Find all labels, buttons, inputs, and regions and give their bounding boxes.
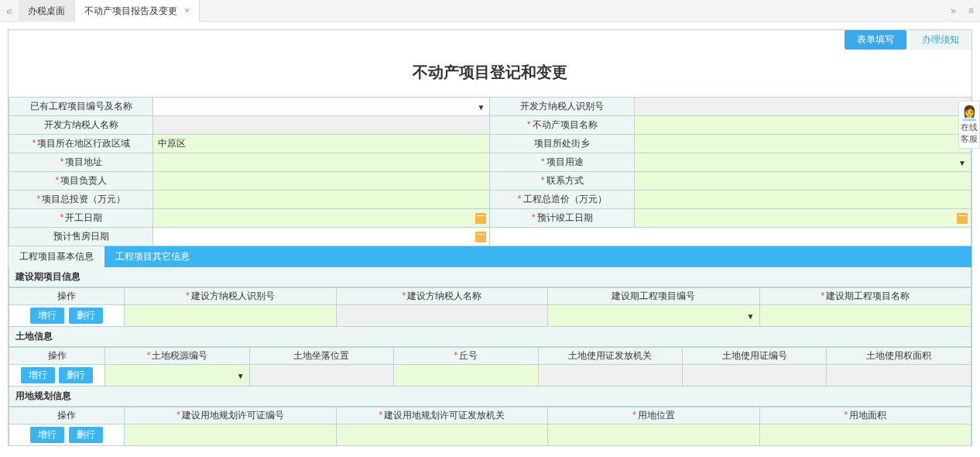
calendar-icon: [475, 232, 486, 242]
input-manager[interactable]: [153, 172, 490, 191]
sub-tabs: 工程项目基本信息 工程项目其它信息: [9, 246, 971, 267]
input-dev-name: [153, 116, 490, 135]
label-start-date: *开工日期: [9, 209, 153, 228]
cell-c5: [683, 365, 827, 387]
th-op: 操作: [9, 288, 125, 305]
label-investment: *项目总投资（万元）: [9, 191, 153, 209]
th-c1: *土地税源编号: [105, 348, 249, 365]
th-c3: 建设期工程项目编号: [548, 288, 759, 305]
cell-c4[interactable]: [759, 305, 971, 327]
label-usage: *项目用途: [490, 153, 634, 172]
input-investment[interactable]: [153, 191, 490, 209]
label-dev-taxid: 开发方纳税人识别号: [490, 98, 634, 116]
input-project-no[interactable]: ▼: [153, 98, 490, 116]
input-end-date[interactable]: [634, 209, 971, 228]
th-c2: 土地坐落位置: [249, 348, 393, 365]
tab-form-fill[interactable]: 表单填写: [845, 30, 906, 50]
input-project-name[interactable]: [634, 116, 971, 135]
chevron-right-icon[interactable]: »: [944, 5, 962, 16]
online-help-button[interactable]: 👩‍💼 在线客服: [958, 101, 980, 149]
help-label: 在线客服: [959, 122, 979, 145]
label-end-date: *预计竣工日期: [490, 209, 634, 228]
chevron-down-icon: ▼: [237, 371, 245, 380]
table-construction: 操作 *建设方纳税人识别号 *建设方纳税人名称 建设期工程项目编号 *建设期工程…: [9, 287, 971, 327]
tab-desktop[interactable]: 办税桌面: [19, 0, 75, 22]
cell-c1[interactable]: [125, 424, 336, 446]
section-land: 土地信息: [9, 327, 971, 347]
table-row: 增行 删行 ▼: [9, 305, 971, 327]
input-cost[interactable]: [634, 191, 971, 209]
input-start-date[interactable]: [153, 209, 490, 228]
support-icon: 👩‍💼: [959, 105, 979, 122]
input-street[interactable]: ▼: [634, 135, 971, 153]
add-row-button[interactable]: 增行: [30, 427, 64, 443]
th-c4: 土地使用证发放机关: [538, 348, 682, 365]
table-row: 增行 删行: [9, 424, 971, 446]
calendar-icon: [475, 213, 486, 224]
cell-op: 增行 删行: [9, 365, 105, 387]
cell-op: 增行 删行: [9, 305, 125, 327]
label-street: 项目所处街乡: [490, 135, 634, 153]
del-row-button[interactable]: 删行: [69, 308, 103, 324]
th-op: 操作: [9, 348, 105, 365]
section-land-plan: 用地规划信息: [9, 387, 971, 407]
cell-c3[interactable]: [394, 365, 538, 387]
main-form: 已有工程项目编号及名称 ▼ 开发方纳税人识别号 开发方纳税人名称 *不动产项目名…: [9, 97, 971, 246]
th-c2: *建设方纳税人名称: [336, 288, 547, 305]
calendar-icon: [957, 213, 968, 224]
chevron-down-icon: ▼: [747, 311, 755, 320]
empty-cell: [490, 228, 971, 246]
input-address[interactable]: [153, 153, 490, 172]
input-sale-date[interactable]: [153, 228, 490, 246]
cell-c1[interactable]: ▼: [105, 365, 249, 387]
label-region: *项目所在地区行政区域: [9, 135, 153, 153]
th-c4: *用地面积: [759, 407, 971, 424]
table-row: 增行 删行 ▼: [9, 365, 971, 387]
cell-c3[interactable]: [548, 424, 759, 446]
th-c2: *建设用地规划许可证发放机关: [336, 407, 547, 424]
add-row-button[interactable]: 增行: [21, 367, 55, 383]
cell-c2: [249, 365, 393, 387]
th-c1: *建设方纳税人识别号: [125, 288, 336, 305]
tab-label: 办税桌面: [28, 5, 65, 16]
cell-c3[interactable]: ▼: [548, 305, 759, 327]
section-construction: 建设期项目信息: [9, 267, 971, 287]
action-tabs: 表单填写 办理须知: [9, 30, 971, 50]
cell-op: 增行 删行: [9, 424, 125, 446]
chevron-left-icon[interactable]: «: [0, 5, 19, 17]
label-cost: *工程总造价（万元）: [490, 191, 634, 209]
input-dev-taxid: [634, 98, 971, 116]
th-c3: *丘号: [394, 348, 538, 365]
main-scroll[interactable]: 表单填写 办理须知 不动产项目登记和变更 已有工程项目编号及名称 ▼ 开发方纳税…: [8, 29, 972, 446]
top-tab-bar: « 办税桌面 不动产项目报告及变更 × » ≡: [0, 0, 980, 22]
page-title: 不动产项目登记和变更: [9, 51, 971, 97]
tab-other-info[interactable]: 工程项目其它信息: [105, 246, 200, 267]
th-c6: 土地使用权面积: [827, 348, 971, 365]
tab-realestate[interactable]: 不动产项目报告及变更 ×: [75, 0, 200, 22]
menu-icon[interactable]: ≡: [962, 5, 980, 16]
del-row-button[interactable]: 删行: [59, 367, 93, 383]
cell-c2[interactable]: [336, 424, 547, 446]
chevron-down-icon: ▼: [478, 102, 485, 111]
tab-basic-info[interactable]: 工程项目基本信息: [9, 246, 105, 267]
tab-process-notice[interactable]: 办理须知: [910, 30, 971, 50]
close-icon[interactable]: ×: [184, 5, 190, 16]
cell-c4[interactable]: [759, 424, 971, 446]
table-land: 操作 *土地税源编号 土地坐落位置 *丘号 土地使用证发放机关 土地使用证编号 …: [9, 347, 971, 387]
th-op: 操作: [9, 407, 125, 424]
add-row-button[interactable]: 增行: [30, 308, 64, 324]
th-c5: 土地使用证编号: [683, 348, 827, 365]
th-c3: *用地位置: [548, 407, 759, 424]
label-manager: *项目负责人: [9, 172, 153, 191]
th-c4: *建设期工程项目名称: [759, 288, 971, 305]
label-project-no: 已有工程项目编号及名称: [9, 98, 153, 116]
th-c1: *建设用地规划许可证编号: [125, 407, 336, 424]
label-sale-date: 预计售房日期: [9, 228, 153, 246]
input-usage[interactable]: ▼: [634, 153, 971, 172]
input-contact[interactable]: [634, 172, 971, 191]
chevron-down-icon: ▼: [958, 158, 966, 167]
del-row-button[interactable]: 删行: [69, 427, 103, 443]
cell-c1[interactable]: [125, 305, 336, 327]
input-region[interactable]: 中原区: [153, 135, 490, 153]
tab-label: 不动产项目报告及变更: [84, 5, 177, 16]
